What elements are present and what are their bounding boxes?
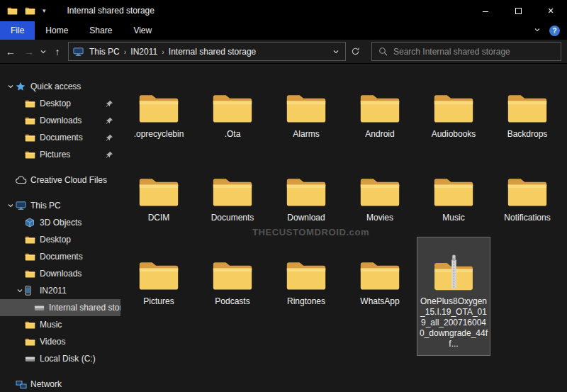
sidebar-item-3d-objects[interactable]: 3D Objects [0, 214, 120, 231]
folder-icon [285, 158, 327, 208]
close-button[interactable]: × [534, 0, 567, 21]
sidebar-item-network[interactable]: Network [0, 376, 120, 392]
documents-icon [25, 252, 40, 261]
sidebar-item-internal-shared-storage[interactable]: Internal shared storage [0, 299, 120, 316]
file-item-oprecyclebin[interactable]: .oprecyclebin [122, 69, 196, 146]
sidebar-item-local-disk-c[interactable]: Local Disk (C:) [0, 350, 120, 367]
breadcrumb-item-internal-shared-storage[interactable]: Internal shared storage [164, 47, 260, 57]
search-icon [378, 47, 388, 56]
window-title: Internal shared storage [67, 6, 155, 16]
sidebar-item-label: 3D Objects [40, 218, 120, 228]
disk-icon [25, 355, 40, 363]
file-item-label: DCIM [148, 213, 170, 223]
sidebar-item-quick-access[interactable]: Quick access [0, 78, 120, 95]
back-button[interactable]: ← [1, 46, 20, 57]
file-item-notifications[interactable]: Notifications [490, 153, 564, 230]
breadcrumb: This PC›IN2011›Internal shared storage [85, 47, 328, 57]
file-item-pictures[interactable]: Pictures [122, 237, 196, 313]
sidebar-item-in2011[interactable]: IN2011 [0, 282, 120, 299]
file-item-backdrops[interactable]: Backdrops [490, 69, 564, 146]
sidebar-item-documents[interactable]: Documents [0, 129, 120, 146]
forward-button[interactable]: → [20, 46, 38, 57]
recent-locations-icon[interactable] [38, 48, 48, 55]
sidebar-item-pictures[interactable]: Pictures [0, 146, 120, 163]
file-item-alarms[interactable]: Alarms [269, 69, 343, 146]
address-toolbar: ← → ↑ This PC›IN2011›Internal shared sto… [0, 40, 567, 64]
sidebar-item-documents[interactable]: Documents [0, 248, 120, 265]
breadcrumb-item-in2011[interactable]: IN2011 [126, 47, 162, 57]
refresh-icon[interactable] [346, 47, 364, 56]
file-item-audiobooks[interactable]: Audiobooks [417, 69, 490, 146]
sidebar-item-desktop[interactable]: Desktop [0, 231, 120, 248]
file-item-movies[interactable]: Movies [343, 153, 417, 230]
sidebar-item-label: Pictures [40, 150, 106, 159]
folder-icon [285, 74, 327, 124]
file-item-label: Alarms [293, 129, 319, 140]
desktop-icon [25, 99, 40, 108]
maximize-icon [515, 8, 522, 14]
address-bar[interactable]: This PC›IN2011›Internal shared storage [68, 42, 346, 61]
up-button[interactable]: ↑ [48, 46, 67, 57]
ribbon-tabs: FileHomeShareView [0, 21, 162, 40]
sidebar-item-label: Internal shared storage [49, 303, 120, 313]
main-area: Quick accessDesktopDownloadsDocumentsPic… [0, 64, 567, 392]
file-item-oneplus8oxygen-15-i-19-ota-019-all-2007160040-downgrade-44ff[interactable]: OnePlus8Oxygen_15.I.19_OTA_019_all_20071… [417, 237, 490, 356]
breadcrumb-item-this-pc[interactable]: This PC [85, 47, 124, 57]
sidebar-item-label: IN2011 [40, 286, 120, 296]
ribbon-right: ? [534, 21, 560, 40]
file-item-download[interactable]: Download [269, 153, 343, 230]
search-input[interactable] [393, 47, 554, 57]
sidebar-item-label: Creative Cloud Files [30, 175, 120, 185]
chevron-down-icon[interactable] [6, 202, 16, 209]
qat-folder-icon[interactable] [25, 6, 35, 15]
help-icon[interactable]: ? [549, 26, 560, 36]
sidebar-item-label: Network [30, 379, 120, 389]
file-item-documents[interactable]: Documents [196, 153, 269, 230]
file-item-dcim[interactable]: DCIM [122, 153, 196, 230]
sidebar-item-label: Quick access [30, 82, 120, 91]
chevron-down-icon[interactable] [6, 83, 16, 90]
file-item-label: Pictures [143, 296, 174, 307]
sidebar-item-label: This PC [30, 201, 120, 211]
sidebar-item-this-pc[interactable]: This PC [0, 197, 120, 214]
file-item-label: WhatsApp [360, 296, 399, 307]
cloud-icon [16, 176, 30, 184]
tab-home[interactable]: Home [35, 21, 79, 40]
file-item-android[interactable]: Android [343, 69, 417, 146]
file-item-music[interactable]: Music [417, 153, 490, 230]
sidebar-item-videos[interactable]: Videos [0, 333, 120, 350]
sidebar-item-label: Downloads [40, 116, 106, 125]
file-item-ota[interactable]: .Ota [196, 69, 269, 146]
sidebar-item-desktop[interactable]: Desktop [0, 95, 120, 112]
sidebar-item-label: Local Disk (C:) [40, 354, 120, 364]
chevron-down-icon[interactable] [15, 287, 25, 294]
sidebar-item-label: Downloads [40, 269, 120, 279]
tab-view[interactable]: View [123, 21, 162, 40]
videos-icon [25, 337, 40, 346]
sidebar-item-music[interactable]: Music [0, 316, 120, 333]
file-item-label: Movies [366, 213, 393, 223]
folder-icon [137, 158, 180, 208]
file-item-ringtones[interactable]: Ringtones [269, 237, 343, 313]
sidebar-item-downloads[interactable]: Downloads [0, 265, 120, 282]
sidebar-item-downloads[interactable]: Downloads [0, 112, 120, 129]
folder-icon [211, 242, 254, 291]
downloads-icon [25, 269, 40, 278]
network-icon [16, 380, 30, 389]
pictures-icon [25, 150, 40, 159]
folder-icon [359, 158, 401, 208]
file-item-label: Notifications [504, 213, 550, 223]
file-item-podcasts[interactable]: Podcasts [196, 237, 269, 313]
minimize-button[interactable]: – [469, 0, 502, 21]
tab-share[interactable]: Share [79, 21, 123, 40]
address-dropdown-icon[interactable] [328, 48, 344, 55]
qat-dropdown-icon[interactable]: ▾ [43, 7, 46, 14]
window-controls: – × [469, 0, 567, 21]
sidebar-item-creative-cloud-files[interactable]: Creative Cloud Files [0, 172, 120, 189]
ribbon-expand-icon[interactable] [534, 26, 541, 35]
file-item-whatsapp[interactable]: WhatsApp [343, 237, 417, 313]
search-box[interactable] [371, 42, 561, 61]
tab-file[interactable]: File [0, 21, 35, 40]
maximize-button[interactable] [502, 0, 534, 21]
folder-icon [285, 242, 327, 291]
